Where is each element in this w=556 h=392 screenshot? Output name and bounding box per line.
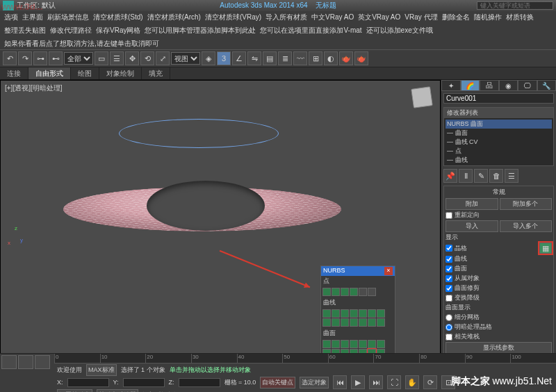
attach-multi-button[interactable]: 附加多个 [500,198,553,210]
menu-item[interactable]: 还可以添加exe文件哦 [366,26,433,35]
shaded-lattice-radio[interactable] [445,324,452,331]
curve-editor-icon[interactable]: 〰 [293,51,307,65]
menu-item[interactable]: 材质转换 [506,13,534,22]
tess-mesh-radio[interactable] [445,314,452,321]
mirror-icon[interactable]: ⇋ [247,51,261,65]
rollout-general[interactable]: 常规 [445,188,552,197]
menu-item[interactable]: 清空材质球(Std) [93,13,143,22]
align-icon[interactable]: ▤ [263,51,277,65]
make-unique-icon[interactable]: ✎ [474,169,488,183]
play-prev-icon[interactable]: ⏮ [333,375,347,389]
menu-item[interactable]: 英文VRay AO [358,13,400,22]
nurbs-tool-btn[interactable] [322,309,331,318]
nurbs-tool-btn[interactable] [350,288,358,296]
nurbs-tool-btn[interactable] [359,340,367,348]
angle-snap-icon[interactable]: ∠ [232,51,246,65]
menu-item[interactable]: 选项 [4,13,18,22]
play-next-icon[interactable]: ⏭ [369,375,383,389]
auto-key-button[interactable]: 自动关键点 [260,377,295,389]
nurbs-tool-btn[interactable] [377,318,385,327]
pan-icon[interactable]: ✋ [405,375,419,389]
curves-checkbox[interactable] [445,256,452,263]
menu-item[interactable]: 清空材质球(Arch) [147,13,201,22]
y-input[interactable] [123,378,165,387]
redo-icon[interactable]: ↷ [18,51,32,65]
stack-item[interactable]: — 曲线 CV [445,138,552,147]
stack-item[interactable]: — 点 [445,147,552,156]
tab-freeform[interactable]: 自由形式 [28,67,71,79]
nurbs-tool-btn[interactable] [368,288,376,296]
orbit-icon[interactable]: ⟳ [423,375,437,389]
zoom-extents-icon[interactable]: ⛶ [387,375,401,389]
hierarchy-tab-icon[interactable]: 品 [480,80,499,91]
unlink-icon[interactable]: ⊷ [49,51,63,65]
create-tab-icon[interactable]: ✦ [441,80,461,91]
rotate-icon[interactable]: ⟲ [140,51,154,65]
nurbs-tool-btn[interactable] [377,340,385,348]
nurbs-tool-btn[interactable] [332,318,340,327]
modifier-list-dropdown[interactable]: 修改器列表 [444,108,553,118]
viewcube[interactable] [411,86,433,108]
tab-connect[interactable]: 连接 [0,67,28,79]
show-end-result-icon[interactable]: Ⅱ [459,169,473,183]
menu-item[interactable]: 刷新场景信息 [47,13,89,22]
menu-item[interactable]: 中文VRay AO [311,13,354,22]
nurbs-tool-btn[interactable] [332,288,340,296]
link-icon[interactable]: ⊶ [33,51,47,65]
select-icon[interactable]: ▭ [95,51,108,65]
stack-item[interactable]: NURBS 曲面 [445,120,552,129]
x-input[interactable] [67,378,109,387]
nurbs-tool-btn[interactable] [368,309,376,318]
modify-tab-icon[interactable]: 🌈 [461,80,480,91]
max-std-button[interactable]: MAX标准 [86,364,117,376]
menu-item[interactable]: VRay 代理 [404,13,437,22]
attach-button[interactable]: 附加 [445,198,498,210]
nurbs-tool-btn[interactable] [341,318,349,327]
menu-item[interactable]: 您可以用脚本管理器添加脚本到此处 [145,26,256,35]
render-setup-icon[interactable]: 🫖 [339,51,353,65]
render-icon[interactable]: 🫖 [354,51,368,65]
ref-coord-system[interactable]: 视图 [171,52,200,65]
nurbs-tool-btn[interactable] [368,340,376,348]
nurbs-tool-btn[interactable] [377,309,385,318]
nurbs-tool-btn[interactable] [322,340,331,348]
close-icon[interactable]: × [384,267,393,275]
motion-tab-icon[interactable]: ◉ [499,80,518,91]
nurbs-tool-btn[interactable] [332,340,340,348]
menu-item[interactable]: 保存VRay网格 [96,26,140,35]
utilities-tab-icon[interactable]: 🔧 [537,80,557,91]
nurbs-tool-btn[interactable] [341,288,349,296]
display-tab-icon[interactable]: 🖵 [518,80,537,91]
help-search-input[interactable] [477,1,553,10]
nurbs-tool-btn[interactable] [359,288,367,296]
nurbs-tool-btn[interactable] [350,309,358,318]
undo-icon[interactable]: ↶ [3,51,17,65]
lattice-checkbox[interactable] [445,245,452,252]
viewport-perspective[interactable]: [+][透视][明暗处理] x z y NURBS × 点 [0,80,441,365]
nurbs-tool-btn[interactable] [322,288,331,296]
nurbs-tool-btn[interactable] [341,309,349,318]
nurbs-tool-btn[interactable] [359,318,367,327]
modifier-stack[interactable]: NURBS 曲面 — 曲面 — 曲线 CV — 点 — 曲线 [444,118,553,165]
nurbs-tool-btn[interactable] [350,318,358,327]
move-icon[interactable]: ✥ [125,51,139,65]
time-config-icon[interactable] [1,355,17,369]
schematic-icon[interactable]: ⊞ [309,51,322,65]
nurbs-tool-btn[interactable] [350,340,358,348]
configure-sets-icon[interactable]: ☰ [505,169,518,183]
selection-filter[interactable]: 全部 [64,52,93,65]
viewport-label[interactable]: [+][透视][明暗处理] [5,83,63,93]
reorient-checkbox[interactable] [445,212,452,219]
menu-item[interactable]: 清空材质球(VRay) [205,13,261,22]
menu-item[interactable]: 主界面 [22,13,43,22]
pivot-icon[interactable]: ◈ [202,51,215,65]
tab-object-paint[interactable]: 对象绘制 [99,67,142,79]
stack-item[interactable]: — 曲面 [445,129,552,138]
selected-filter-button[interactable]: 选定对象 [300,377,329,389]
display-line-params-button[interactable]: 显示线参数 [445,342,552,354]
surfaces-checkbox[interactable] [445,266,452,272]
remove-modifier-icon[interactable]: 🗑 [489,169,503,183]
scale-icon[interactable]: ⤢ [156,51,170,65]
mini-curve-editor-icon[interactable] [35,355,50,369]
select-name-icon[interactable]: ☰ [110,51,124,65]
